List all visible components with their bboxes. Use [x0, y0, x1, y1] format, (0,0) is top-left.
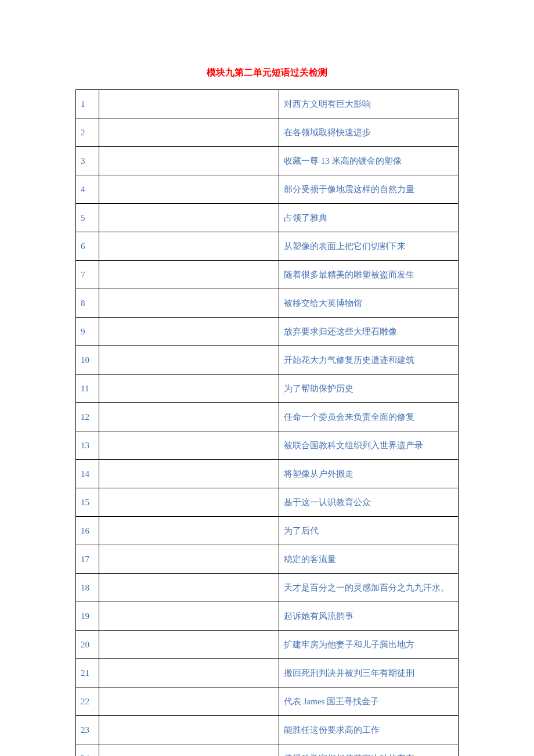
- phrase-description: 扩建牢房为他妻子和儿子腾出地方: [279, 631, 459, 659]
- row-number: 22: [76, 687, 99, 716]
- table-row: 19起诉她有风流韵事: [76, 602, 459, 631]
- table-row: 7随着很多最精美的雕塑被盗而发生: [76, 261, 459, 289]
- table-row: 10开始花大力气修复历史遗迹和建筑: [76, 346, 459, 375]
- phrase-description: 撤回死刑判决并被判三年有期徒刑: [279, 659, 459, 687]
- answer-blank: [99, 90, 279, 118]
- table-row: 9放弃要求归还这些大理石雕像: [76, 318, 459, 346]
- table-row: 15基于这一认识教育公众: [76, 488, 459, 517]
- row-number: 6: [76, 232, 99, 261]
- answer-blank: [99, 346, 279, 375]
- table-row: 2在各领域取得快速进步: [76, 118, 459, 147]
- table-row: 5占领了雅典: [76, 204, 459, 232]
- phrase-description: 随着很多最精美的雕塑被盗而发生: [279, 261, 459, 289]
- answer-blank: [99, 716, 279, 744]
- answer-blank: [99, 403, 279, 431]
- table-row: 20扩建牢房为他妻子和儿子腾出地方: [76, 631, 459, 659]
- table-row: 16为了后代: [76, 517, 459, 545]
- answer-blank: [99, 147, 279, 175]
- phrase-description: 对西方文明有巨大影响: [279, 90, 459, 118]
- table-row: 17稳定的客流量: [76, 545, 459, 574]
- row-number: 8: [76, 289, 99, 318]
- phrase-description: 被联合国教科文组织列入世界遗产录: [279, 431, 459, 460]
- answer-blank: [99, 659, 279, 687]
- row-number: 10: [76, 346, 99, 375]
- phrase-description: 部分受损于像地震这样的自然力量: [279, 175, 459, 204]
- table-row: 13被联合国教科文组织列入世界遗产录: [76, 431, 459, 460]
- table-row: 14将塑像从户外搬走: [76, 460, 459, 488]
- row-number: 12: [76, 403, 99, 431]
- phrase-description: 基于这一认识教育公众: [279, 488, 459, 517]
- page-title: 模块九第二单元短语过关检测: [75, 67, 459, 79]
- table-row: 8被移交给大英博物馆: [76, 289, 459, 318]
- answer-blank: [99, 261, 279, 289]
- table-body: 1对西方文明有巨大影响2在各领域取得快速进步3收藏一尊 13 米高的镀金的塑像4…: [76, 90, 459, 757]
- row-number: 1: [76, 90, 99, 118]
- answer-blank: [99, 744, 279, 757]
- answer-blank: [99, 232, 279, 261]
- row-number: 20: [76, 631, 99, 659]
- phrase-description: 起诉她有风流韵事: [279, 602, 459, 631]
- row-number: 24: [76, 744, 99, 757]
- row-number: 11: [76, 375, 99, 403]
- answer-blank: [99, 545, 279, 574]
- table-row: 22代表 James 国王寻找金子: [76, 687, 459, 716]
- answer-blank: [99, 687, 279, 716]
- phrase-description: 为了帮助保护历史: [279, 375, 459, 403]
- answer-blank: [99, 602, 279, 631]
- row-number: 4: [76, 175, 99, 204]
- row-number: 14: [76, 460, 99, 488]
- phrase-description: 占领了雅典: [279, 204, 459, 232]
- table-row: 4部分受损于像地震这样的自然力量: [76, 175, 459, 204]
- row-number: 2: [76, 118, 99, 147]
- answer-blank: [99, 204, 279, 232]
- phrase-description: 稳定的客流量: [279, 545, 459, 574]
- phrase-description: 被移交给大英博物馆: [279, 289, 459, 318]
- answer-blank: [99, 574, 279, 602]
- row-number: 13: [76, 431, 99, 460]
- phrase-description: 在各领域取得快速进步: [279, 118, 459, 147]
- row-number: 5: [76, 204, 99, 232]
- table-row: 23能胜任这份要求高的工作: [76, 716, 459, 744]
- table-row: 21撤回死刑判决并被判三年有期徒刑: [76, 659, 459, 687]
- table-row: 6从塑像的表面上把它们切割下来: [76, 232, 459, 261]
- answer-blank: [99, 460, 279, 488]
- phrase-description: 能胜任这份要求高的工作: [279, 716, 459, 744]
- phrase-description: 开始花大力气修复历史遗迹和建筑: [279, 346, 459, 375]
- row-number: 15: [76, 488, 99, 517]
- table-row: 1对西方文明有巨大影响: [76, 90, 459, 118]
- answer-blank: [99, 631, 279, 659]
- row-number: 16: [76, 517, 99, 545]
- answer-blank: [99, 517, 279, 545]
- answer-blank: [99, 175, 279, 204]
- table-row: 12任命一个委员会来负责全面的修复: [76, 403, 459, 431]
- phrase-description: 天才是百分之一的灵感加百分之九九汗水。: [279, 574, 459, 602]
- phrase-description: 收藏一尊 13 米高的镀金的塑像: [279, 147, 459, 175]
- answer-blank: [99, 289, 279, 318]
- answer-blank: [99, 488, 279, 517]
- table-row: 3收藏一尊 13 米高的镀金的塑像: [76, 147, 459, 175]
- row-number: 19: [76, 602, 99, 631]
- phrase-description: 任命一个委员会来负责全面的修复: [279, 403, 459, 431]
- answer-blank: [99, 375, 279, 403]
- row-number: 7: [76, 261, 99, 289]
- table-row: 11为了帮助保护历史: [76, 375, 459, 403]
- answer-blank: [99, 431, 279, 460]
- row-number: 18: [76, 574, 99, 602]
- phrase-description: 将塑像从户外搬走: [279, 460, 459, 488]
- table-row: 18天才是百分之一的灵感加百分之九九汗水。: [76, 574, 459, 602]
- table-row: 24使得科学家们相信其它物种的存在: [76, 744, 459, 757]
- row-number: 17: [76, 545, 99, 574]
- phrase-table: 1对西方文明有巨大影响2在各领域取得快速进步3收藏一尊 13 米高的镀金的塑像4…: [75, 89, 459, 756]
- phrase-description: 代表 James 国王寻找金子: [279, 687, 459, 716]
- row-number: 21: [76, 659, 99, 687]
- phrase-description: 为了后代: [279, 517, 459, 545]
- row-number: 3: [76, 147, 99, 175]
- row-number: 9: [76, 318, 99, 346]
- phrase-description: 放弃要求归还这些大理石雕像: [279, 318, 459, 346]
- answer-blank: [99, 318, 279, 346]
- phrase-description: 使得科学家们相信其它物种的存在: [279, 744, 459, 757]
- row-number: 23: [76, 716, 99, 744]
- answer-blank: [99, 118, 279, 147]
- phrase-description: 从塑像的表面上把它们切割下来: [279, 232, 459, 261]
